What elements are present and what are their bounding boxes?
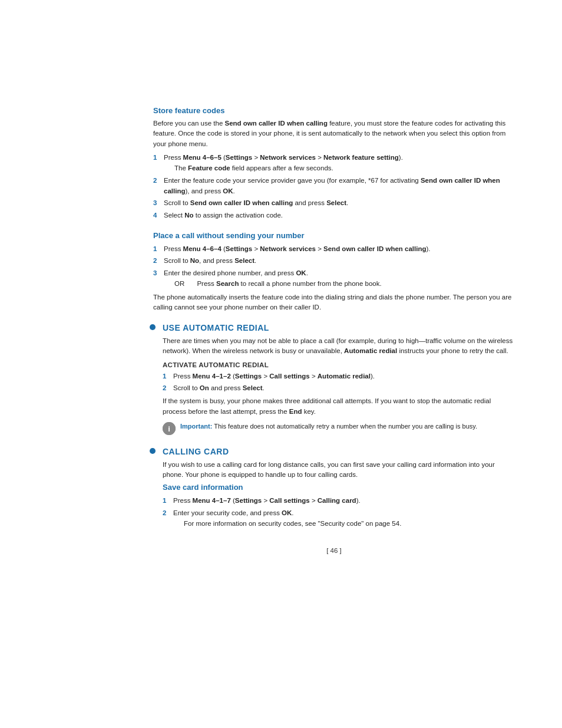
store-feature-codes-intro: Before you can use the Send own caller I… — [153, 118, 515, 149]
store-feature-codes-title: Store feature codes — [153, 106, 515, 115]
place-call-title: Place a call without sending your number — [153, 231, 515, 240]
svg-text:i: i — [168, 424, 170, 433]
list-item: 2 Scroll to On and press Select. — [163, 383, 515, 393]
important-label: Important: — [180, 423, 212, 430]
calling-card-intro: If you wish to use a calling card for lo… — [163, 460, 515, 480]
automatic-redial-intro: There are times when you may not be able… — [163, 336, 515, 357]
place-call-closing: The phone automatically inserts the feat… — [153, 292, 515, 313]
list-item: 4 Select No to assign the activation cod… — [153, 210, 515, 220]
bullet-dot-icon — [150, 448, 156, 454]
activate-redial-list: 1 Press Menu 4–1–2 (Settings > Call sett… — [163, 371, 515, 394]
list-num: 1 — [153, 243, 161, 254]
automatic-redial-title: USE AUTOMATIC REDIAL — [163, 323, 515, 332]
section-store-feature-codes: Store feature codes Before you can use t… — [153, 106, 515, 220]
content: Store feature codes Before you can use t… — [0, 0, 562, 601]
list-num: 2 — [153, 175, 161, 186]
list-item: 1 Press Menu 4–6–5 (Settings > Network s… — [153, 152, 515, 174]
list-num: 2 — [163, 383, 171, 393]
calling-card-title: CALLING CARD — [163, 447, 515, 456]
important-icon: i — [163, 422, 176, 435]
list-item: 3 Enter the desired phone number, and pr… — [153, 268, 515, 289]
section-place-call: Place a call without sending your number… — [153, 231, 515, 312]
list-item: 1 Press Menu 4–1–7 (Settings > Call sett… — [163, 495, 515, 506]
bullet-dot-icon — [150, 324, 156, 330]
list-item: 1 Press Menu 4–6–4 (Settings > Network s… — [153, 243, 515, 254]
place-call-list: 1 Press Menu 4–6–4 (Settings > Network s… — [153, 243, 515, 289]
activate-redial-subtitle: ACTIVATE AUTOMATIC REDIAL — [163, 361, 515, 368]
list-num: 4 — [153, 210, 161, 220]
store-feature-codes-list: 1 Press Menu 4–6–5 (Settings > Network s… — [153, 152, 515, 220]
important-text: Important: This feature does not automat… — [180, 421, 477, 431]
list-item: 2 Enter your security code, and press OK… — [163, 508, 515, 529]
page-number: [ 46 ] — [153, 547, 515, 554]
list-num: 1 — [163, 371, 171, 381]
list-item: 2 Enter the feature code your service pr… — [153, 175, 515, 197]
list-num: 2 — [153, 255, 161, 266]
list-num: 3 — [153, 197, 161, 208]
list-num: 1 — [153, 152, 161, 163]
activate-redial-after: If the system is busy, your phone makes … — [163, 396, 515, 417]
list-item: 2 Scroll to No, and press Select. — [153, 255, 515, 266]
list-num: 2 — [163, 508, 171, 518]
section-calling-card: CALLING CARD If you wish to use a callin… — [153, 447, 515, 529]
page: Store feature codes Before you can use t… — [0, 0, 562, 728]
list-num: 3 — [153, 268, 161, 278]
save-card-subtitle: Save card information — [163, 483, 515, 492]
important-box: i Important: This feature does not autom… — [163, 421, 515, 435]
list-item: 1 Press Menu 4–1–2 (Settings > Call sett… — [163, 371, 515, 381]
list-num: 1 — [163, 495, 171, 506]
section-automatic-redial: USE AUTOMATIC REDIAL There are times whe… — [153, 323, 515, 435]
save-card-list: 1 Press Menu 4–1–7 (Settings > Call sett… — [163, 495, 515, 529]
list-item: 3 Scroll to Send own caller ID when call… — [153, 197, 515, 208]
